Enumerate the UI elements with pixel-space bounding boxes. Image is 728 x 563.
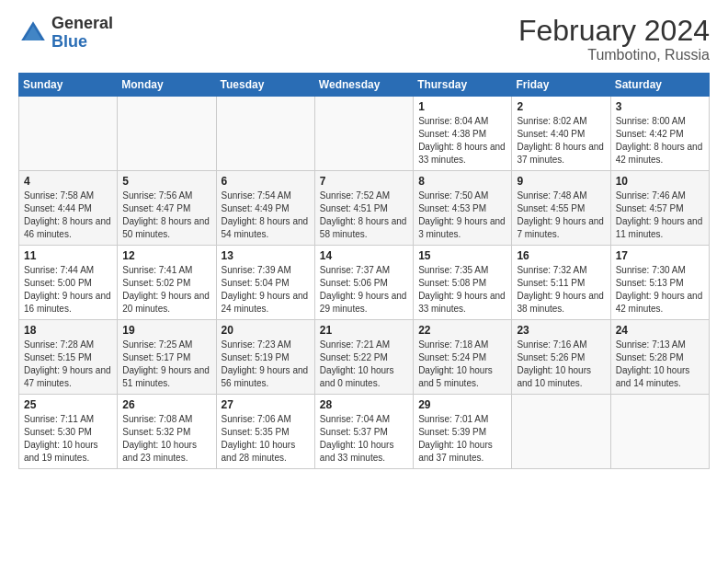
day-number: 11 <box>24 249 112 262</box>
day-info: Sunrise: 7:21 AM Sunset: 5:22 PM Dayligh… <box>320 339 408 390</box>
calendar-cell: 6Sunrise: 7:54 AM Sunset: 4:49 PM Daylig… <box>216 171 314 246</box>
calendar-cell: 23Sunrise: 7:16 AM Sunset: 5:26 PM Dayli… <box>512 320 610 395</box>
weekday-header: Wednesday <box>314 74 413 97</box>
calendar-cell: 22Sunrise: 7:18 AM Sunset: 5:24 PM Dayli… <box>414 320 512 395</box>
day-number: 16 <box>517 249 605 262</box>
day-info: Sunrise: 7:28 AM Sunset: 5:15 PM Dayligh… <box>24 339 112 390</box>
day-info: Sunrise: 7:48 AM Sunset: 4:55 PM Dayligh… <box>517 190 605 241</box>
day-info: Sunrise: 7:30 AM Sunset: 5:13 PM Dayligh… <box>616 264 704 316</box>
day-number: 20 <box>222 324 310 337</box>
calendar-cell: 24Sunrise: 7:13 AM Sunset: 5:28 PM Dayli… <box>610 320 709 395</box>
calendar-cell <box>610 395 709 469</box>
day-info: Sunrise: 7:58 AM Sunset: 4:44 PM Dayligh… <box>24 190 112 241</box>
calendar-cell: 13Sunrise: 7:39 AM Sunset: 5:04 PM Dayli… <box>216 246 314 320</box>
day-number: 17 <box>616 249 704 262</box>
calendar-cell: 27Sunrise: 7:06 AM Sunset: 5:35 PM Dayli… <box>216 395 314 469</box>
day-number: 9 <box>517 175 605 188</box>
calendar-cell: 7Sunrise: 7:52 AM Sunset: 4:51 PM Daylig… <box>314 171 413 246</box>
logo-text: General Blue <box>51 15 113 52</box>
calendar-cell: 12Sunrise: 7:41 AM Sunset: 5:02 PM Dayli… <box>118 246 216 320</box>
day-info: Sunrise: 7:44 AM Sunset: 5:00 PM Dayligh… <box>24 264 112 316</box>
day-info: Sunrise: 7:32 AM Sunset: 5:11 PM Dayligh… <box>517 264 605 316</box>
calendar-cell: 25Sunrise: 7:11 AM Sunset: 5:30 PM Dayli… <box>19 395 118 469</box>
day-number: 2 <box>517 100 605 113</box>
day-info: Sunrise: 7:56 AM Sunset: 4:47 PM Dayligh… <box>122 190 210 241</box>
logo-icon <box>18 18 48 48</box>
day-number: 12 <box>122 249 210 262</box>
calendar-cell: 2Sunrise: 8:02 AM Sunset: 4:40 PM Daylig… <box>512 97 610 171</box>
day-number: 27 <box>222 398 310 411</box>
day-number: 10 <box>616 175 704 188</box>
weekday-header: Saturday <box>610 74 709 97</box>
day-info: Sunrise: 7:13 AM Sunset: 5:28 PM Dayligh… <box>616 339 704 390</box>
day-number: 3 <box>616 100 704 113</box>
day-info: Sunrise: 7:04 AM Sunset: 5:37 PM Dayligh… <box>320 413 408 465</box>
calendar-cell: 14Sunrise: 7:37 AM Sunset: 5:06 PM Dayli… <box>314 246 413 320</box>
day-info: Sunrise: 7:18 AM Sunset: 5:24 PM Dayligh… <box>418 339 506 390</box>
day-info: Sunrise: 7:23 AM Sunset: 5:19 PM Dayligh… <box>222 339 310 390</box>
main-title: February 2024 <box>518 15 710 47</box>
weekday-header: Thursday <box>414 74 512 97</box>
day-number: 24 <box>616 324 704 337</box>
calendar-cell <box>216 97 314 171</box>
calendar-cell: 18Sunrise: 7:28 AM Sunset: 5:15 PM Dayli… <box>19 320 118 395</box>
calendar-cell: 16Sunrise: 7:32 AM Sunset: 5:11 PM Dayli… <box>512 246 610 320</box>
day-info: Sunrise: 8:00 AM Sunset: 4:42 PM Dayligh… <box>616 115 704 167</box>
day-info: Sunrise: 8:02 AM Sunset: 4:40 PM Dayligh… <box>517 115 605 167</box>
calendar-cell: 3Sunrise: 8:00 AM Sunset: 4:42 PM Daylig… <box>610 97 709 171</box>
calendar-week-row: 11Sunrise: 7:44 AM Sunset: 5:00 PM Dayli… <box>19 246 710 320</box>
day-number: 4 <box>24 175 112 188</box>
day-info: Sunrise: 7:08 AM Sunset: 5:32 PM Dayligh… <box>122 413 210 465</box>
weekday-header: Tuesday <box>216 74 314 97</box>
calendar-week-row: 25Sunrise: 7:11 AM Sunset: 5:30 PM Dayli… <box>19 395 710 469</box>
day-info: Sunrise: 7:52 AM Sunset: 4:51 PM Dayligh… <box>320 190 408 241</box>
calendar-cell: 28Sunrise: 7:04 AM Sunset: 5:37 PM Dayli… <box>314 395 413 469</box>
day-number: 21 <box>320 324 408 337</box>
day-number: 23 <box>517 324 605 337</box>
day-number: 26 <box>122 398 210 411</box>
header: General Blue February 2024 Tumbotino, Ru… <box>18 15 710 63</box>
calendar-table: SundayMondayTuesdayWednesdayThursdayFrid… <box>18 73 710 469</box>
day-info: Sunrise: 7:06 AM Sunset: 5:35 PM Dayligh… <box>222 413 310 465</box>
subtitle: Tumbotino, Russia <box>518 47 710 63</box>
day-number: 22 <box>418 324 506 337</box>
day-number: 29 <box>418 398 506 411</box>
calendar-cell: 19Sunrise: 7:25 AM Sunset: 5:17 PM Dayli… <box>118 320 216 395</box>
logo: General Blue <box>18 15 113 52</box>
calendar-cell <box>118 97 216 171</box>
day-number: 8 <box>418 175 506 188</box>
calendar-cell: 17Sunrise: 7:30 AM Sunset: 5:13 PM Dayli… <box>610 246 709 320</box>
calendar-week-row: 4Sunrise: 7:58 AM Sunset: 4:44 PM Daylig… <box>19 171 710 246</box>
day-number: 25 <box>24 398 112 411</box>
calendar-cell: 9Sunrise: 7:48 AM Sunset: 4:55 PM Daylig… <box>512 171 610 246</box>
calendar-cell: 26Sunrise: 7:08 AM Sunset: 5:32 PM Dayli… <box>118 395 216 469</box>
day-info: Sunrise: 8:04 AM Sunset: 4:38 PM Dayligh… <box>418 115 506 167</box>
calendar-cell: 4Sunrise: 7:58 AM Sunset: 4:44 PM Daylig… <box>19 171 118 246</box>
day-info: Sunrise: 7:50 AM Sunset: 4:53 PM Dayligh… <box>418 190 506 241</box>
day-info: Sunrise: 7:11 AM Sunset: 5:30 PM Dayligh… <box>24 413 112 465</box>
day-number: 14 <box>320 249 408 262</box>
day-info: Sunrise: 7:35 AM Sunset: 5:08 PM Dayligh… <box>418 264 506 316</box>
calendar-header-row: SundayMondayTuesdayWednesdayThursdayFrid… <box>19 74 710 97</box>
logo-general: General <box>51 15 113 33</box>
day-number: 18 <box>24 324 112 337</box>
calendar-cell: 10Sunrise: 7:46 AM Sunset: 4:57 PM Dayli… <box>610 171 709 246</box>
logo-blue: Blue <box>51 33 113 52</box>
calendar-cell: 1Sunrise: 8:04 AM Sunset: 4:38 PM Daylig… <box>414 97 512 171</box>
calendar-cell: 5Sunrise: 7:56 AM Sunset: 4:47 PM Daylig… <box>118 171 216 246</box>
day-info: Sunrise: 7:16 AM Sunset: 5:26 PM Dayligh… <box>517 339 605 390</box>
day-number: 6 <box>222 175 310 188</box>
day-info: Sunrise: 7:39 AM Sunset: 5:04 PM Dayligh… <box>222 264 310 316</box>
calendar-cell <box>314 97 413 171</box>
day-number: 15 <box>418 249 506 262</box>
calendar-cell: 11Sunrise: 7:44 AM Sunset: 5:00 PM Dayli… <box>19 246 118 320</box>
day-number: 19 <box>122 324 210 337</box>
page-container: General Blue February 2024 Tumbotino, Ru… <box>0 0 728 478</box>
weekday-header: Sunday <box>19 74 118 97</box>
weekday-header: Friday <box>512 74 610 97</box>
calendar-cell: 29Sunrise: 7:01 AM Sunset: 5:39 PM Dayli… <box>414 395 512 469</box>
title-block: February 2024 Tumbotino, Russia <box>518 15 710 63</box>
day-number: 1 <box>418 100 506 113</box>
calendar-week-row: 1Sunrise: 8:04 AM Sunset: 4:38 PM Daylig… <box>19 97 710 171</box>
calendar-cell: 8Sunrise: 7:50 AM Sunset: 4:53 PM Daylig… <box>414 171 512 246</box>
